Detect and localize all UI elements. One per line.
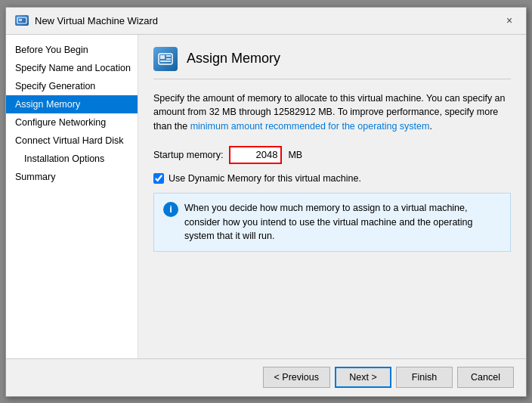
dynamic-memory-row: Use Dynamic Memory for this virtual mach… [153, 173, 511, 184]
dynamic-memory-checkbox[interactable] [153, 173, 164, 184]
page-header: Assign Memory [153, 47, 511, 79]
content-area: Before You BeginSpecify Name and Locatio… [6, 35, 526, 358]
cancel-button[interactable]: Cancel [457, 367, 514, 388]
desc-part2: . [429, 121, 431, 132]
svg-rect-1 [19, 19, 22, 21]
svg-rect-5 [166, 58, 171, 60]
sidebar-item-installation-options[interactable]: Installation Options [6, 150, 138, 168]
footer: < Previous Next > Finish Cancel [6, 358, 526, 396]
title-bar: New Virtual Machine Wizard × [6, 8, 526, 35]
info-text: When you decide how much memory to assig… [184, 201, 501, 243]
page-title: Assign Memory [187, 51, 280, 67]
svg-rect-6 [160, 60, 171, 62]
sidebar-item-assign-memory[interactable]: Assign Memory [6, 95, 138, 113]
info-icon: i [163, 202, 178, 217]
wizard-window: New Virtual Machine Wizard × Before You … [5, 7, 527, 397]
sidebar-item-connect-virtual-disk[interactable]: Connect Virtual Hard Disk [6, 132, 138, 150]
info-box: i When you decide how much memory to ass… [153, 193, 511, 252]
main-content: Assign Memory Specify the amount of memo… [138, 35, 526, 358]
title-bar-left: New Virtual Machine Wizard [15, 15, 158, 26]
page-title-icon [153, 47, 178, 71]
sidebar: Before You BeginSpecify Name and Locatio… [6, 35, 138, 358]
finish-button[interactable]: Finish [396, 367, 453, 388]
svg-rect-4 [166, 55, 171, 57]
previous-button[interactable]: < Previous [263, 367, 330, 388]
sidebar-item-specify-name[interactable]: Specify Name and Location [6, 59, 138, 77]
dynamic-memory-label: Use Dynamic Memory for this virtual mach… [169, 173, 361, 184]
startup-memory-row: Startup memory: MB [153, 146, 511, 164]
sidebar-item-before-you-begin[interactable]: Before You Begin [6, 41, 138, 59]
startup-memory-label: Startup memory: [153, 150, 223, 160]
sidebar-item-specify-generation[interactable]: Specify Generation [6, 77, 138, 95]
unit-label: MB [288, 150, 302, 160]
description-text: Specify the amount of memory to allocate… [153, 91, 511, 134]
sidebar-item-configure-networking[interactable]: Configure Networking [6, 113, 138, 132]
svg-rect-3 [160, 55, 165, 59]
window-icon [15, 15, 29, 26]
sidebar-item-summary[interactable]: Summary [6, 168, 138, 186]
window-title: New Virtual Machine Wizard [35, 15, 158, 26]
desc-link[interactable]: minimum amount recommended for the opera… [190, 121, 430, 132]
close-button[interactable]: × [502, 13, 517, 28]
startup-memory-input[interactable] [229, 146, 282, 164]
next-button[interactable]: Next > [335, 367, 391, 388]
